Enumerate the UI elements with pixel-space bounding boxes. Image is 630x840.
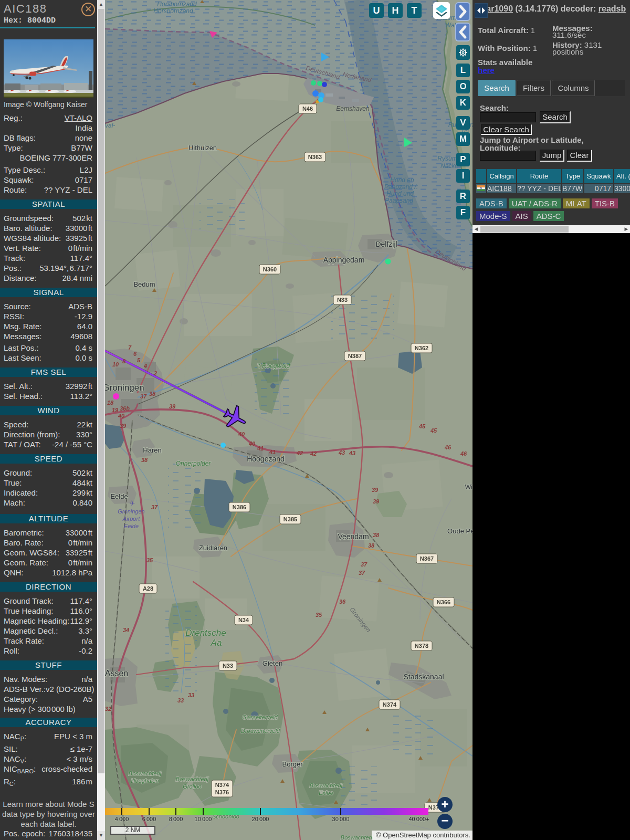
svg-text:val-: val- xyxy=(105,122,115,129)
svg-text:39: 39 xyxy=(372,487,379,493)
svg-text:N34: N34 xyxy=(238,617,249,623)
svg-text:Drentsche: Drentsche xyxy=(185,628,226,638)
svg-text:Grolloo: Grolloo xyxy=(183,783,201,790)
svg-text:Groningen: Groningen xyxy=(118,508,144,514)
svg-text:Gasselterveld: Gasselterveld xyxy=(242,714,278,720)
svg-text:Airport: Airport xyxy=(122,516,140,522)
svg-text:43: 43 xyxy=(349,450,355,456)
svg-text:2: 2 xyxy=(153,370,157,376)
svg-text:N33: N33 xyxy=(337,297,348,303)
svg-text:Drouwenerveld: Drouwenerveld xyxy=(241,728,280,734)
svg-text:Hoogezand: Hoogezand xyxy=(247,455,285,463)
svg-text:43: 43 xyxy=(338,449,345,456)
svg-text:✈: ✈ xyxy=(130,499,135,507)
svg-text:N374: N374 xyxy=(383,701,397,708)
svg-text:42: 42 xyxy=(310,450,317,457)
svg-text:'t Roegwold: 't Roegwold xyxy=(257,362,290,370)
svg-text:40: 40 xyxy=(118,413,125,419)
svg-text:Onnerpolder: Onnerpolder xyxy=(176,460,212,467)
svg-text:N362: N362 xyxy=(415,345,428,351)
svg-text:46: 46 xyxy=(444,444,452,450)
svg-text:37: 37 xyxy=(140,393,147,400)
svg-text:Borger: Borger xyxy=(282,760,303,768)
svg-text:40: 40 xyxy=(238,431,245,437)
svg-text:39: 39 xyxy=(120,423,127,429)
svg-text:N360: N360 xyxy=(263,266,277,272)
svg-text:Eemshaven: Eemshaven xyxy=(336,105,370,112)
svg-text:Boswachterij: Boswachterij xyxy=(341,834,374,840)
svg-text:36b: 36b xyxy=(120,405,130,412)
svg-text:39: 39 xyxy=(169,403,176,410)
svg-text:N385: N385 xyxy=(284,516,297,522)
svg-text:7: 7 xyxy=(128,344,132,351)
svg-text:37: 37 xyxy=(359,570,365,576)
svg-text:Delfzijl: Delfzijl xyxy=(375,240,397,248)
svg-text:N374: N374 xyxy=(215,782,229,788)
svg-text:35: 35 xyxy=(316,612,322,618)
svg-text:45: 45 xyxy=(418,423,426,429)
svg-text:33: 33 xyxy=(188,692,194,698)
svg-text:39: 39 xyxy=(373,498,380,505)
svg-text:41: 41 xyxy=(269,449,276,455)
svg-text:10: 10 xyxy=(112,361,119,368)
svg-text:N387: N387 xyxy=(348,353,362,359)
svg-text:34: 34 xyxy=(123,627,129,633)
svg-text:6: 6 xyxy=(133,351,137,357)
svg-text:Paapsand: Paapsand xyxy=(385,197,413,204)
svg-text:37: 37 xyxy=(151,504,158,510)
svg-text:Eelde: Eelde xyxy=(124,523,139,529)
svg-text:32: 32 xyxy=(105,706,111,712)
svg-text:N363: N363 xyxy=(308,154,322,160)
svg-text:Horsbornzand: Horsbornzand xyxy=(157,1,197,8)
svg-text:18: 18 xyxy=(107,400,114,406)
svg-text:Bedum: Bedum xyxy=(133,280,155,288)
svg-text:Appingedam: Appingedam xyxy=(323,256,365,264)
svg-text:Paapzand /:: Paapzand /: xyxy=(384,183,418,191)
svg-text:Hond en: Hond en xyxy=(390,176,414,184)
svg-text:N386: N386 xyxy=(233,504,246,510)
svg-text:N366: N366 xyxy=(437,599,450,605)
svg-text:Wil: Wil xyxy=(465,484,472,491)
svg-text:Assen: Assen xyxy=(105,669,128,678)
svg-text:38: 38 xyxy=(149,391,156,397)
svg-text:38: 38 xyxy=(141,457,148,463)
svg-text:42: 42 xyxy=(296,450,303,456)
svg-text:Boswachterij: Boswachterij xyxy=(129,770,162,776)
svg-text:N367: N367 xyxy=(420,555,434,562)
svg-text:Boswachterij: Boswachterij xyxy=(176,776,209,782)
svg-text:Uithuizen: Uithuizen xyxy=(188,144,217,152)
svg-text:Horsbornzand: Horsbornzand xyxy=(153,7,193,15)
svg-text:Hund und: Hund und xyxy=(386,190,414,197)
svg-text:N33: N33 xyxy=(223,663,233,669)
svg-text:Groningen: Groningen xyxy=(105,383,144,393)
svg-text:41: 41 xyxy=(257,445,264,452)
svg-text:4: 4 xyxy=(143,363,147,369)
svg-text:Zuidlaren: Zuidlaren xyxy=(199,544,227,552)
svg-text:40: 40 xyxy=(248,440,256,447)
svg-text:Hooghalen: Hooghalen xyxy=(131,778,159,784)
svg-text:N378: N378 xyxy=(415,643,428,649)
svg-text:33: 33 xyxy=(177,697,184,704)
svg-text:A28: A28 xyxy=(143,585,153,592)
svg-text:5: 5 xyxy=(137,357,141,363)
svg-text:38: 38 xyxy=(368,542,375,549)
svg-text:Stadskanaal: Stadskanaal xyxy=(403,673,444,681)
svg-text:Boswachterij: Boswachterij xyxy=(310,782,343,789)
svg-text:N376: N376 xyxy=(215,789,229,795)
svg-text:Exloo: Exloo xyxy=(319,790,333,796)
svg-text:Rysum: Rysum xyxy=(437,155,457,162)
svg-text:Gieten: Gieten xyxy=(262,659,282,667)
svg-text:35: 35 xyxy=(146,557,153,563)
svg-text:45: 45 xyxy=(430,427,437,434)
svg-text:Oude Pek: Oude Pek xyxy=(447,527,472,535)
svg-text:N46: N46 xyxy=(302,106,313,112)
svg-text:Eelde: Eelde xyxy=(110,492,128,500)
svg-text:8: 8 xyxy=(122,358,126,364)
svg-text:38: 38 xyxy=(373,532,380,538)
svg-text:46: 46 xyxy=(460,450,467,457)
svg-text:Haren: Haren xyxy=(143,446,161,454)
svg-text:36: 36 xyxy=(339,598,346,605)
svg-text:Aa: Aa xyxy=(211,638,222,648)
svg-text:37: 37 xyxy=(361,561,368,568)
svg-text:Veendam: Veendam xyxy=(338,532,369,541)
